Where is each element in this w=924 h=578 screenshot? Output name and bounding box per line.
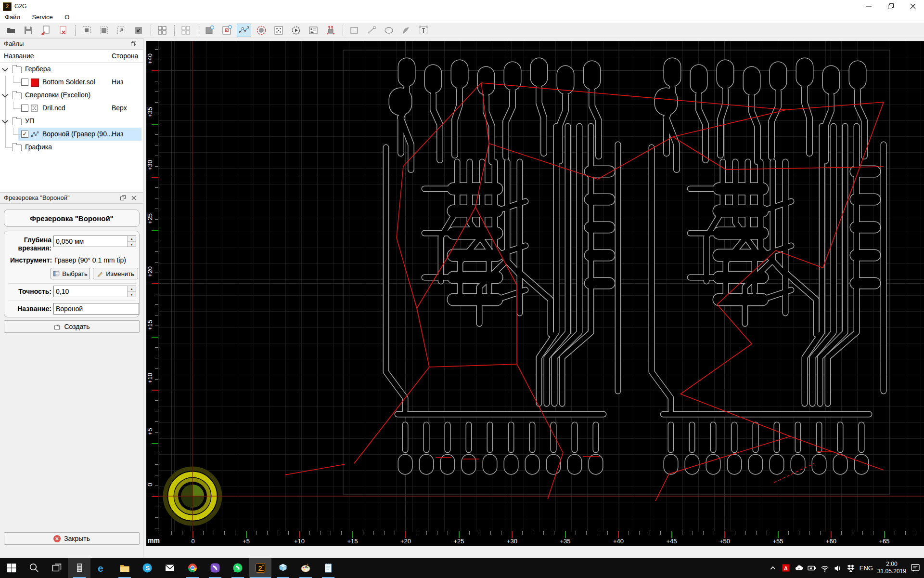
menu-service[interactable]: Service <box>27 13 57 22</box>
menu-about[interactable]: О <box>60 13 74 22</box>
name-field[interactable] <box>53 303 139 315</box>
taskbar-paint-button[interactable] <box>294 558 317 578</box>
zoom-extents-tool-button[interactable] <box>114 24 128 37</box>
h-ruler-label: +5 <box>236 538 257 545</box>
close-file-tool-button[interactable] <box>56 24 70 37</box>
draw-ellipse-tool-button[interactable] <box>382 24 396 37</box>
close-panel-icon[interactable] <box>130 195 137 201</box>
spin-down-icon[interactable]: ▾ <box>128 292 136 297</box>
select-tool-button[interactable]: Выбрать <box>51 268 90 279</box>
taskbar-viewer-3d-button[interactable] <box>271 558 294 578</box>
close-button[interactable] <box>902 0 924 13</box>
pin-board-tool-button[interactable] <box>323 24 338 37</box>
dropbox-icon[interactable] <box>847 564 855 572</box>
v-ruler-tick <box>155 507 158 507</box>
expander-chevron-icon[interactable] <box>2 92 8 98</box>
volume-icon[interactable] <box>834 564 842 572</box>
close-job-button[interactable]: ✕ Закрыть <box>4 532 140 545</box>
create-button[interactable]: Создать <box>4 320 140 333</box>
select-region-tool-button[interactable] <box>79 24 94 37</box>
taskbar-viber-button[interactable] <box>204 558 226 578</box>
taskbar-calculator-button[interactable] <box>68 558 90 578</box>
drill-pattern-tool-button[interactable] <box>271 24 286 37</box>
draw-line-tool-button[interactable] <box>364 24 379 37</box>
expander-chevron-icon[interactable] <box>2 118 8 124</box>
taskbar-g2g-button[interactable]: 2 <box>249 558 271 578</box>
depth-input[interactable] <box>54 236 136 247</box>
h-ruler-tick <box>820 531 821 535</box>
edit-tool-button[interactable]: Изменить <box>93 268 138 279</box>
minimize-button[interactable] <box>858 0 880 13</box>
depth-spinbox[interactable]: ▴▾ <box>53 236 136 247</box>
tree-header: Название Сторона <box>0 50 143 63</box>
close-red-icon: ✕ <box>53 535 61 542</box>
taskbar-whatsapp-button[interactable] <box>226 558 249 578</box>
tree-row-6[interactable]: ✓Вороной (Гравер (90...Низ <box>0 128 143 141</box>
visibility-checkbox[interactable] <box>21 79 28 86</box>
accuracy-input[interactable] <box>54 286 136 297</box>
taskbar-start-button[interactable] <box>0 558 23 578</box>
v-ruler-tick <box>155 421 158 422</box>
visibility-checkbox[interactable] <box>21 105 28 112</box>
adobe-icon[interactable]: A <box>782 564 790 572</box>
taskbar-mail-button[interactable] <box>158 558 181 578</box>
v-ruler-tick <box>155 273 158 273</box>
taskbar-chrome-button[interactable] <box>181 558 204 578</box>
depth-spin-buttons[interactable]: ▴▾ <box>127 236 136 247</box>
tray-expand-icon[interactable] <box>769 564 777 572</box>
v-ruler-tick <box>155 262 158 263</box>
spin-down-icon[interactable]: ▾ <box>128 242 136 247</box>
toolpath-voronoi-tool-button[interactable] <box>237 24 251 37</box>
accuracy-spinbox[interactable]: ▴▾ <box>53 286 136 297</box>
job-settings-tool-button[interactable] <box>306 24 321 37</box>
v-ruler-tick <box>155 464 158 465</box>
maximize-button[interactable] <box>880 0 902 13</box>
visibility-checkbox[interactable]: ✓ <box>21 131 28 138</box>
tree-row-1[interactable]: Гербера <box>0 63 143 76</box>
draw-arc-tool-button[interactable] <box>399 24 413 37</box>
open-file-tool-button[interactable] <box>4 24 18 37</box>
draw-rect-tool-button[interactable] <box>347 24 361 37</box>
menu-file[interactable]: Файл <box>0 13 25 22</box>
tree-row-4[interactable]: Dril.ncdВерх <box>0 102 143 115</box>
run-job-tool-button[interactable] <box>289 24 303 37</box>
taskbar-notepad-button[interactable] <box>317 558 339 578</box>
accuracy-spin-buttons[interactable]: ▴▾ <box>127 286 136 297</box>
pcb-canvas[interactable] <box>158 41 924 531</box>
battery-icon[interactable] <box>808 564 816 572</box>
float-panel-icon[interactable] <box>130 40 137 47</box>
tree-elbow <box>13 128 21 135</box>
wifi-icon[interactable] <box>821 564 829 572</box>
action-center-icon[interactable] <box>911 563 920 573</box>
zoom-selection-tool-button[interactable] <box>131 24 146 37</box>
taskbar-edge-button[interactable]: e <box>90 558 113 578</box>
panelize-tool-button[interactable] <box>155 24 169 37</box>
tree-row-5[interactable]: УП <box>0 115 143 128</box>
fill-region-tool-button[interactable] <box>97 24 111 37</box>
spin-up-icon[interactable]: ▴ <box>128 236 136 242</box>
spin-up-icon[interactable]: ▴ <box>128 286 136 292</box>
language-indicator[interactable]: ENG <box>860 565 873 572</box>
import-file-tool-button[interactable] <box>38 24 53 37</box>
taskbar-skype-button[interactable]: S <box>136 558 158 578</box>
v-ruler-tick <box>155 92 158 92</box>
array-copies-tool-button[interactable] <box>179 24 193 37</box>
taskbar-search-button[interactable] <box>23 558 45 578</box>
save-file-tool-button[interactable] <box>21 24 36 37</box>
tray-icons: A <box>769 564 855 572</box>
name-input[interactable] <box>54 303 139 314</box>
taskbar-file-explorer-button[interactable] <box>113 558 136 578</box>
tree-row-7[interactable]: Графика <box>0 141 143 154</box>
onedrive-icon[interactable] <box>795 564 803 572</box>
draw-text-tool-button[interactable] <box>416 24 431 37</box>
new-board-tool-button[interactable] <box>202 24 217 37</box>
tree-row-2[interactable]: Bottom Solder.solНиз <box>0 76 143 89</box>
expander-chevron-icon[interactable] <box>2 66 8 72</box>
clock[interactable]: 2:00 31.05.2019 <box>877 561 906 575</box>
float-panel-icon[interactable] <box>120 195 127 201</box>
tree-row-3[interactable]: Сверловки (Excellon) <box>0 89 143 102</box>
taskbar-task-view-button[interactable] <box>45 558 68 578</box>
drill-holes-tool-button[interactable] <box>254 24 269 37</box>
isolation-milling-tool-button[interactable] <box>219 24 234 37</box>
h-ruler-tick <box>714 531 714 535</box>
